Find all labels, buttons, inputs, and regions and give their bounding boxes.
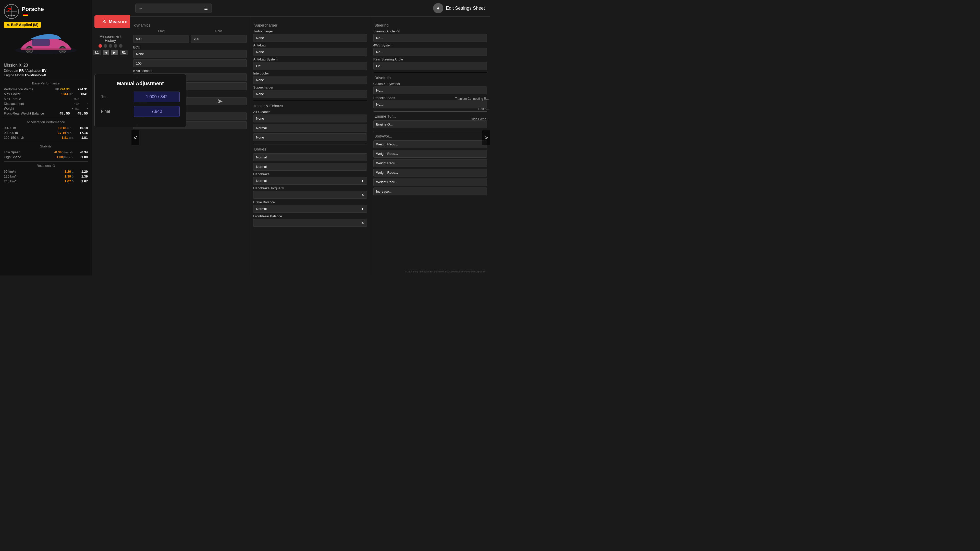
turbocharger-select[interactable]: None xyxy=(253,34,367,42)
clutch-flywheel-setting: Clutch & Flywheel No... xyxy=(373,82,487,94)
air-cleaner-select[interactable]: None xyxy=(253,114,367,122)
rear-steering-select[interactable]: Lv. xyxy=(373,62,487,70)
front-rear-balance-input[interactable]: 0 xyxy=(253,219,367,227)
brake-pads-select[interactable]: Normal xyxy=(253,153,367,161)
rotg-240-row: 240 km/h 1.67G 1.67 xyxy=(4,179,88,184)
accel-100-150-row: 100-150 km/h 1.81sec. 1.81 xyxy=(4,135,88,140)
l1-button[interactable]: L1 xyxy=(93,50,101,56)
first-gear-value[interactable]: 1.000 / 342 xyxy=(134,92,180,102)
steering-angle-setting: Steering Angle Kit No... xyxy=(373,29,487,42)
air-cleaner-setting: Air Cleaner None xyxy=(253,110,367,122)
weight-red-4-select[interactable]: Weight Redu... xyxy=(373,168,487,176)
svg-rect-5 xyxy=(10,9,11,10)
history-dot-1 xyxy=(99,44,102,48)
car-brand-label: Porsche xyxy=(22,6,44,13)
search-bar[interactable]: -- ☰ xyxy=(135,3,212,13)
increase-rigidity-select[interactable]: Increase... xyxy=(373,187,487,195)
car-silhouette-icon xyxy=(10,31,82,59)
weight-red-1-select[interactable]: Weight Redu... xyxy=(373,140,487,148)
turbocharger-setting: Turbocharger None xyxy=(253,29,367,42)
history-dot-4 xyxy=(114,44,118,48)
weight-balance-row: Front-Rear Weight Balance 45 : 55 45 : 5… xyxy=(4,111,88,116)
max-power-row: Max Power 1341HP 1341 xyxy=(4,92,88,97)
final-gear-value[interactable]: 7.940 xyxy=(134,106,180,117)
catalytic-setting: None xyxy=(253,133,367,141)
next-button[interactable]: ▶ xyxy=(111,50,118,56)
first-gear-row: 1st 1.000 / 342 xyxy=(101,92,180,102)
high-speed-row: High Speed -1.00(Under) -1.00 xyxy=(4,155,88,159)
boost-value[interactable]: 100 xyxy=(133,59,247,67)
german-flag-icon xyxy=(23,13,28,16)
brake-balance-setting: Brake Balance Normal▼ xyxy=(253,200,367,213)
weight-red-2: Weight Redu... xyxy=(373,150,487,158)
top-bar: -- ☰ ● Edit Settings Sheet xyxy=(130,0,490,17)
intercooler-select[interactable]: None xyxy=(253,76,367,84)
antilag-system-select[interactable]: Off xyxy=(253,62,367,70)
antilag-select[interactable]: None xyxy=(253,48,367,56)
handbrake-torque-input[interactable]: 0 xyxy=(253,191,367,199)
accel-perf-title: Acceleration Performance xyxy=(4,120,88,124)
svg-rect-4 xyxy=(8,9,10,10)
r1-button[interactable]: R1 xyxy=(120,50,127,56)
left-panel: PORSCHE Porsche ⚖ BoP Applied (M) Missio… xyxy=(0,0,92,275)
engine-tune-select[interactable]: Engine G... xyxy=(373,121,487,128)
manual-adjustment-panel: Manual Adjustment 1st 1.000 / 342 Final … xyxy=(94,74,186,127)
weight-red-1: Weight Redu... xyxy=(373,140,487,148)
final-gear-label: Final xyxy=(101,109,116,114)
titanium-connecting-label: Titanium Connecting R... xyxy=(455,97,490,100)
engine-model-row: Engine Model EV-Mission-X xyxy=(4,73,88,77)
weight-red-3-select[interactable]: Weight Redu... xyxy=(373,159,487,167)
brake-balance-select[interactable]: Normal▼ xyxy=(253,205,367,213)
manual-adj-title: Manual Adjustment xyxy=(101,81,180,86)
rear-label: Rear xyxy=(215,29,222,33)
prev-button[interactable]: ◀ xyxy=(103,50,109,56)
porsche-logo-icon: PORSCHE xyxy=(4,4,19,19)
brake-pads-setting: Normal xyxy=(253,153,367,161)
bodywork-header: Bodywor... xyxy=(373,134,487,138)
measure-button[interactable]: ⚠ Measure xyxy=(94,15,135,28)
clutch-flywheel-select[interactable]: No... xyxy=(373,86,487,94)
brake-discs-select[interactable]: Normal xyxy=(253,163,367,171)
accel-400-row: 0-400 m 10.18sec. 10.18 xyxy=(4,125,88,130)
engine-tune-setting: Engine G... xyxy=(373,121,487,128)
ecu-value[interactable]: None xyxy=(133,50,247,58)
measurement-history: MeasurementHistory L1 ◀ ▶ R1 xyxy=(93,35,127,56)
drivetrain-section-header: Drivetrain xyxy=(373,76,487,80)
rear-steering-label: Rear Steering Angle xyxy=(373,57,487,61)
final-gear-row: Final 7.940 xyxy=(101,106,180,117)
nav-right-arrow[interactable]: > xyxy=(482,130,490,145)
4ws-setting: 4WS System No... xyxy=(373,43,487,56)
drivetrain-column: Steering Steering Angle Kit No... 4WS Sy… xyxy=(370,17,490,275)
steering-section-header: Steering xyxy=(373,23,487,27)
svg-rect-14 xyxy=(32,39,50,46)
antilag-system-setting: Anti-Lag System Off xyxy=(253,57,367,70)
supercharger-select[interactable]: None xyxy=(253,90,367,98)
front-rear-subheader: Front Rear xyxy=(133,29,247,33)
catalytic-select[interactable]: None xyxy=(253,133,367,141)
weight-red-5-select[interactable]: Weight Redu... xyxy=(373,178,487,186)
dynamics-column: dynamics Front Rear 500 700 ECU None 100… xyxy=(130,17,250,275)
antilag-setting: Anti-Lag None xyxy=(253,43,367,56)
propeller-shaft-select[interactable]: No... xyxy=(373,100,487,108)
front-power-input[interactable]: 500 xyxy=(133,35,189,43)
4ws-label: 4WS System xyxy=(373,43,487,47)
intercooler-label: Intercooler xyxy=(253,71,367,75)
first-gear-label: 1st xyxy=(101,95,116,99)
4ws-select[interactable]: No... xyxy=(373,48,487,56)
stability-title: Stability xyxy=(4,144,88,148)
engine-brake-label: e Adjustment xyxy=(133,69,247,73)
steering-angle-select[interactable]: No... xyxy=(373,34,487,42)
weight-red-2-select[interactable]: Weight Redu... xyxy=(373,150,487,158)
car-image xyxy=(4,30,88,60)
handbrake-select[interactable]: Normal▼ xyxy=(253,177,367,185)
max-torque-row: Max Torque - ft-lb - xyxy=(4,97,88,101)
low-speed-row: Low Speed -0.34(Neutral) -0.34 xyxy=(4,150,88,155)
rear-power-input[interactable]: 700 xyxy=(191,35,247,43)
exhaust-select[interactable]: Normal xyxy=(253,124,367,132)
nav-left-arrow[interactable]: < xyxy=(131,130,139,145)
edit-settings-button[interactable]: ● Edit Settings Sheet xyxy=(433,3,485,13)
intercooler-setting: Intercooler None xyxy=(253,71,367,84)
front-label: Front xyxy=(158,29,165,33)
boost-setting: 100 xyxy=(133,59,247,67)
turbocharger-label: Turbocharger xyxy=(253,29,367,33)
